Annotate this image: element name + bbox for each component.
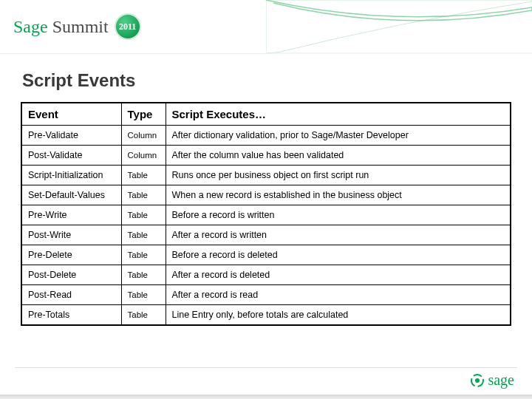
cell-desc: After dictionary validation, prior to Sa… (166, 126, 511, 146)
cell-event: Post-Validate (21, 146, 121, 166)
cell-event: Pre-Validate (21, 126, 121, 146)
cell-event: Script-Initialization (21, 166, 121, 185)
cell-event: Pre-Delete (21, 245, 121, 265)
header-desc: Script Executes… (166, 103, 511, 126)
table-row: Pre-WriteTableBefore a record is written (21, 205, 511, 225)
header-logo-area: Sage Summit 2011 (0, 0, 266, 53)
table-row: Set-Default-ValuesTableWhen a new record… (21, 185, 511, 205)
table-row: Post-ValidateColumnAfter the column valu… (21, 146, 511, 166)
cell-desc: After a record is deleted (166, 265, 511, 285)
cell-desc: When a new record is established in the … (166, 185, 511, 205)
sage-summit-logo: Sage Summit 2011 (13, 13, 141, 40)
footer-divider (15, 367, 517, 368)
cell-event: Pre-Write (21, 205, 121, 225)
cell-desc: Before a record is written (166, 205, 511, 225)
svg-point-1 (475, 378, 480, 383)
cell-type: Table (121, 205, 166, 225)
table-row: Pre-ValidateColumnAfter dictionary valid… (21, 126, 511, 146)
footer-brand-text: sage (488, 372, 514, 389)
script-events-table: Event Type Script Executes… Pre-Validate… (21, 102, 511, 326)
table-row: Pre-DeleteTableBefore a record is delete… (21, 245, 511, 265)
cell-event: Post-Delete (21, 265, 121, 285)
cell-event: Pre-Totals (21, 305, 121, 326)
cell-event: Post-Write (21, 225, 121, 245)
cell-type: Table (121, 285, 166, 305)
cell-desc: After a record is read (166, 285, 511, 305)
table-row: Post-ReadTableAfter a record is read (21, 285, 511, 305)
logo-sage-text: Sage (13, 17, 48, 37)
table-row: Script-InitializationTableRuns once per … (21, 166, 511, 185)
cell-type: Table (121, 305, 166, 326)
script-events-table-wrap: Event Type Script Executes… Pre-Validate… (21, 102, 511, 326)
footer-rule (0, 395, 532, 399)
cell-desc: Runs once per business object on first s… (166, 166, 511, 185)
header-event: Event (21, 103, 121, 126)
sage-leaf-icon (470, 373, 485, 388)
header-type: Type (121, 103, 166, 126)
footer-sage-logo: sage (470, 372, 514, 389)
cell-desc: Before a record is deleted (166, 245, 511, 265)
cell-desc: Line Entry only, before totals are calcu… (166, 305, 511, 326)
table-row: Pre-TotalsTableLine Entry only, before t… (21, 305, 511, 326)
cell-event: Post-Read (21, 285, 121, 305)
logo-summit-text: Summit (52, 17, 109, 37)
cell-type: Table (121, 265, 166, 285)
cell-type: Table (121, 185, 166, 205)
cell-desc: After a record is written (166, 225, 511, 245)
cell-event: Set-Default-Values (21, 185, 121, 205)
cell-type: Table (121, 245, 166, 265)
slide-title: Script Events (22, 70, 135, 91)
cell-type: Column (121, 146, 166, 166)
cell-type: Column (121, 126, 166, 146)
cell-type: Table (121, 166, 166, 185)
table-row: Post-WriteTableAfter a record is written (21, 225, 511, 245)
cell-type: Table (121, 225, 166, 245)
cell-desc: After the column value has been validate… (166, 146, 511, 166)
table-header-row: Event Type Script Executes… (21, 103, 511, 126)
year-badge: 2011 (115, 13, 141, 40)
table-row: Post-DeleteTableAfter a record is delete… (21, 265, 511, 285)
